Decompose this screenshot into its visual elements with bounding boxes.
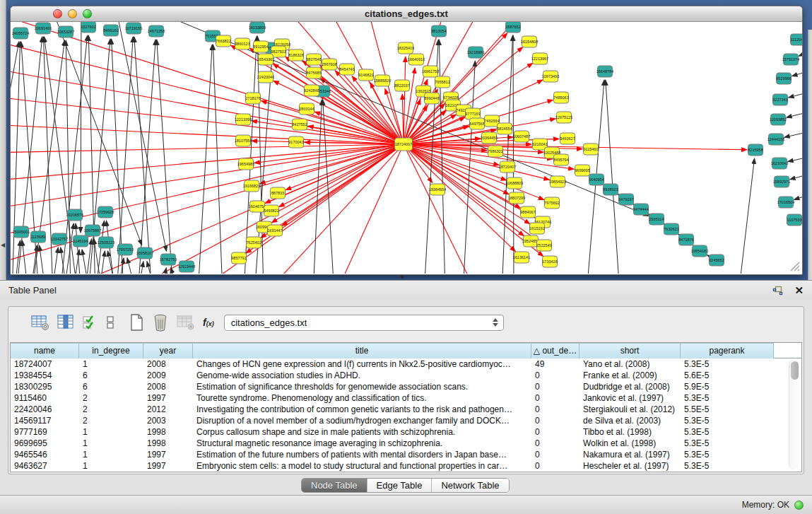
column-header[interactable]: name <box>11 343 79 358</box>
table-cell[interactable]: Embryonic stem cells: a model to study s… <box>193 460 531 472</box>
graph-node[interactable]: 887833 <box>271 187 286 199</box>
graph-node[interactable]: 18107554 <box>235 135 252 146</box>
graph-node[interactable]: 9474444 <box>633 204 648 215</box>
table-cell[interactable]: 0 <box>531 449 579 460</box>
column-header[interactable]: pagerank <box>681 343 774 358</box>
graph-node[interactable]: 19384554 <box>429 184 446 195</box>
graph-node[interactable]: 8466160 <box>103 25 118 36</box>
table-row[interactable]: 946362711997Embryonic stem cells: a mode… <box>11 460 790 472</box>
graph-node[interactable]: 8813054 <box>431 25 446 37</box>
new-table-icon[interactable] <box>129 313 144 332</box>
graph-node[interactable]: 2867608 <box>322 59 336 70</box>
table-cell[interactable]: Jankovic et al. (1997) <box>579 392 681 404</box>
table-cell[interactable]: Stergiakouli et al. (2012) <box>579 404 681 415</box>
graph-node[interactable]: 18720407 <box>499 161 516 173</box>
graph-node[interactable]: 9884067 <box>520 206 535 218</box>
graph-node[interactable]: 10975887 <box>84 225 101 236</box>
graph-node[interactable]: 12505123 <box>98 237 114 248</box>
column-header[interactable]: title <box>193 343 531 358</box>
graph-node[interactable]: 2935114 <box>649 214 664 225</box>
tab-edge-table[interactable]: Edge Table <box>367 479 433 492</box>
column-header[interactable]: △ out_de… <box>531 343 579 358</box>
table-cell[interactable]: 5.3E-5 <box>681 415 774 426</box>
table-cell[interactable]: Franke et al. (2009) <box>579 370 681 381</box>
table-cell[interactable]: 9465546 <box>11 449 79 460</box>
graph-node[interactable]: 1527602 <box>81 22 95 33</box>
graph-node[interactable]: 9463627 <box>560 133 575 144</box>
graph-node[interactable]: 16640910 <box>408 54 425 65</box>
table-row[interactable]: 1872400712008Changes of HCN gene express… <box>11 358 790 370</box>
table-cell[interactable]: Wolkin et al. (1998) <box>579 438 681 449</box>
memory-status-indicator-icon[interactable] <box>794 501 804 510</box>
collapse-left-arrow-icon[interactable]: ◀ <box>1 242 5 248</box>
table-row[interactable]: 1938455462009Genome-wide association stu… <box>11 370 790 381</box>
table-cell[interactable]: Nakamura et al. (1997) <box>579 449 681 460</box>
table-cell[interactable]: 5.3E-5 <box>681 392 774 404</box>
graph-node[interactable]: 2803144 <box>299 103 314 115</box>
graph-node[interactable]: 1112044 <box>791 34 803 45</box>
graph-node[interactable]: 19854923 <box>549 176 566 187</box>
table-cell[interactable]: 1 <box>79 438 143 449</box>
tab-node-table[interactable]: Node Table <box>302 479 367 492</box>
table-cell[interactable]: 0 <box>531 415 579 426</box>
graph-node[interactable]: 2718176 <box>245 93 260 104</box>
graph-node[interactable]: 8186328 <box>288 49 303 61</box>
graph-node[interactable]: 16782753 <box>160 254 177 265</box>
graph-node[interactable]: 10653287 <box>57 26 74 37</box>
graph-node[interactable]: 24055724 <box>12 28 29 39</box>
graph-node[interactable]: 7625402 <box>246 237 261 248</box>
table-cell[interactable]: 1 <box>79 460 143 472</box>
table-cell[interactable]: Estimation of the future numbers of pati… <box>193 449 531 460</box>
graph-node[interactable]: 19166823 <box>243 180 260 192</box>
graph-node[interactable]: 8471876 <box>678 234 693 245</box>
table-row[interactable]: 911546021997Tourette syndrome. Phenomeno… <box>11 392 790 404</box>
table-row[interactable]: 1830029562008Estimation of significance … <box>11 381 790 392</box>
table-cell[interactable]: 5.3E-5 <box>681 426 774 438</box>
table-cell[interactable]: 1998 <box>143 426 193 438</box>
graph-node[interactable]: 8822037 <box>394 80 409 91</box>
table-cell[interactable]: Disruption of a novel member of a sodium… <box>193 415 531 426</box>
table-cell[interactable]: Changes of HCN gene expression and I(f) … <box>193 358 531 370</box>
graph-node[interactable]: 5824554 <box>497 123 512 134</box>
graph-node[interactable]: 15885820 <box>374 75 391 86</box>
graph-node[interactable]: 9699695 <box>575 165 589 176</box>
table-cell[interactable]: 2 <box>79 392 143 404</box>
table-cell[interactable]: 0 <box>531 426 579 438</box>
graph-node[interactable]: 8495794 <box>553 154 568 165</box>
graph-node[interactable]: 15892971 <box>773 176 790 187</box>
table-row[interactable]: 946554611997Estimation of the future num… <box>11 449 790 460</box>
graph-node[interactable]: 17957253 <box>117 244 134 255</box>
table-cell[interactable]: 2 <box>79 404 143 415</box>
graph-node[interactable]: 10607487 <box>513 131 530 142</box>
graph-node[interactable]: 9827548 <box>306 54 321 65</box>
table-cell[interactable]: de Silva et al. (2003) <box>579 415 681 426</box>
column-header[interactable]: short <box>579 343 681 358</box>
table-cell[interactable]: 9463627 <box>11 460 79 472</box>
graph-node[interactable]: 7986322 <box>488 146 502 157</box>
table-cell[interactable]: Corpus callosum shape and size in male p… <box>193 426 531 438</box>
graph-node[interactable]: 10654182 <box>691 245 708 257</box>
table-cell[interactable]: 22420046 <box>11 404 79 415</box>
graph-node[interactable]: 8454749 <box>339 64 354 75</box>
table-cell[interactable]: Dudbridge et al. (2008) <box>579 381 681 392</box>
table-cell[interactable]: Structural magnetic resonance image aver… <box>193 438 531 449</box>
table-cell[interactable]: 0 <box>531 460 579 472</box>
select-all-rows-icon[interactable] <box>82 314 98 331</box>
table-cell[interactable]: 19384554 <box>11 370 79 381</box>
graph-node[interactable]: 2522549 <box>536 240 551 251</box>
table-cell[interactable]: Tibbo et al. (1998) <box>579 426 681 438</box>
table-cell[interactable]: 1997 <box>143 392 193 404</box>
scrollbar-thumb[interactable] <box>791 361 799 380</box>
canvas-resize-grip[interactable] <box>791 262 799 271</box>
table-cell[interactable]: 9777169 <box>11 426 79 438</box>
table-cell[interactable]: 1 <box>79 449 143 460</box>
graph-node[interactable]: 16543362 <box>257 54 274 65</box>
graph-node[interactable]: 20206576 <box>66 209 83 221</box>
graph-node[interactable]: 20691406 <box>35 23 52 34</box>
show-columns-icon[interactable] <box>57 314 74 331</box>
table-cell[interactable]: Hescheler et al. (1997) <box>579 460 681 472</box>
table-cell[interactable]: 1 <box>79 358 143 370</box>
graph-node[interactable]: 8215958 <box>748 144 763 156</box>
table-cell[interactable]: 2009 <box>143 370 193 381</box>
graph-node[interactable]: 9860123 <box>235 38 249 49</box>
